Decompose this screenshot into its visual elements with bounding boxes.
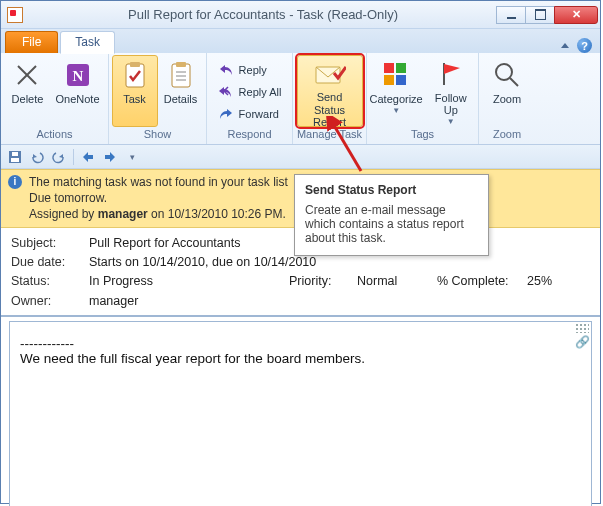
ribbon-tabs: File Task ?	[1, 29, 600, 53]
forward-label: Forward	[239, 108, 279, 120]
svg-rect-21	[12, 152, 18, 156]
window-title: Pull Report for Accountants - Task (Read…	[29, 7, 497, 22]
status-value: In Progress	[89, 272, 289, 291]
group-tags: Categorize ▼ Follow Up ▼ Tags	[367, 53, 479, 144]
redo-icon[interactable]	[51, 149, 67, 165]
group-respond: Reply Reply All Forward Respond	[207, 53, 293, 144]
save-icon[interactable]	[7, 149, 23, 165]
reply-all-icon	[218, 84, 234, 100]
onenote-icon: N	[62, 59, 94, 91]
zoom-label: Zoom	[493, 93, 521, 106]
svg-rect-15	[396, 75, 406, 85]
forward-button[interactable]: Forward	[214, 103, 286, 125]
forward-icon	[218, 106, 234, 122]
svg-rect-12	[384, 63, 394, 73]
app-icon	[7, 7, 23, 23]
details-label: Details	[164, 93, 198, 106]
follow-up-label: Follow Up	[429, 92, 472, 117]
window-controls	[497, 6, 598, 24]
priority-value: Normal	[357, 272, 437, 291]
info-assigned-user: manager	[98, 207, 148, 221]
send-status-report-icon	[314, 59, 346, 89]
info-icon: i	[8, 175, 22, 189]
tooltip-title: Send Status Report	[305, 183, 478, 197]
ribbon: Delete N OneNote Actions Task	[1, 53, 600, 145]
collapse-ribbon-icon[interactable]	[561, 43, 569, 48]
categorize-label: Categorize	[370, 93, 423, 106]
task-clipboard-icon	[119, 59, 151, 91]
next-item-icon[interactable]	[102, 149, 118, 165]
group-actions: Delete N OneNote Actions	[1, 53, 109, 144]
separator	[73, 149, 74, 165]
owner-label: Owner:	[11, 292, 89, 311]
tab-task[interactable]: Task	[60, 31, 115, 54]
onenote-button[interactable]: N OneNote	[50, 55, 104, 127]
flag-icon	[435, 59, 467, 90]
svg-rect-5	[130, 62, 140, 67]
send-status-report-label: Send Status Report	[302, 91, 358, 129]
onenote-label: OneNote	[55, 93, 99, 106]
complete-value: 25%	[527, 272, 552, 291]
group-actions-label: Actions	[36, 127, 72, 142]
reply-label: Reply	[239, 64, 267, 76]
tooltip-send-status-report: Send Status Report Create an e-mail mess…	[294, 174, 489, 256]
svg-point-17	[496, 64, 512, 80]
group-tags-label: Tags	[411, 127, 434, 142]
zoom-icon	[491, 59, 523, 91]
svg-rect-14	[384, 75, 394, 85]
group-zoom: Zoom Zoom	[479, 53, 535, 144]
dropdown-caret-icon: ▼	[392, 106, 400, 115]
send-status-report-button[interactable]: Send Status Report	[297, 55, 363, 127]
owner-value: manager	[89, 292, 138, 311]
delete-icon	[11, 59, 43, 91]
task-view-button[interactable]: Task	[112, 55, 158, 127]
svg-rect-7	[176, 62, 186, 67]
maximize-button[interactable]	[525, 6, 555, 24]
title-bar: Pull Report for Accountants - Task (Read…	[1, 1, 600, 29]
info-assigned-suffix: on 10/13/2010 10:26 PM.	[151, 207, 286, 221]
prev-item-icon[interactable]	[80, 149, 96, 165]
tooltip-text: Create an e-mail message which contains …	[305, 203, 478, 245]
body-divider: ------------	[20, 336, 581, 351]
body-side-handle: 🔗	[574, 323, 590, 349]
duedate-label: Due date:	[11, 253, 89, 272]
categorize-icon	[380, 59, 412, 91]
quick-access-toolbar: ▾	[1, 145, 600, 169]
details-button[interactable]: Details	[158, 55, 204, 127]
close-button[interactable]	[554, 6, 598, 24]
follow-up-button[interactable]: Follow Up ▼	[424, 55, 477, 127]
details-clipboard-icon	[165, 59, 197, 91]
svg-text:N: N	[72, 68, 83, 84]
group-show-label: Show	[144, 127, 172, 142]
qat-customize-icon[interactable]: ▾	[124, 149, 140, 165]
svg-rect-13	[396, 63, 406, 73]
group-respond-label: Respond	[227, 127, 271, 142]
priority-label: Priority:	[289, 272, 357, 291]
reply-icon	[218, 62, 234, 78]
subject-label: Subject:	[11, 234, 89, 253]
dropdown-caret-icon: ▼	[447, 117, 455, 126]
delete-button[interactable]: Delete	[4, 55, 50, 127]
reply-button[interactable]: Reply	[214, 59, 286, 81]
group-show: Task Details Show	[109, 53, 207, 144]
grip-icon[interactable]	[575, 323, 589, 333]
reply-all-button[interactable]: Reply All	[214, 81, 286, 103]
group-zoom-label: Zoom	[493, 127, 521, 142]
duedate-value: Starts on 10/14/2010, due on 10/14/2010	[89, 253, 316, 272]
reply-all-label: Reply All	[239, 86, 282, 98]
body-container: 🔗 ------------ We need the full fiscal y…	[1, 315, 600, 506]
undo-icon[interactable]	[29, 149, 45, 165]
help-icon[interactable]: ?	[577, 38, 592, 53]
tab-file[interactable]: File	[5, 31, 58, 53]
task-body[interactable]: ------------ We need the full fiscal yea…	[9, 321, 592, 506]
delete-label: Delete	[12, 93, 44, 106]
svg-line-18	[510, 78, 518, 86]
link-icon[interactable]: 🔗	[575, 335, 590, 349]
minimize-button[interactable]	[496, 6, 526, 24]
zoom-button[interactable]: Zoom	[484, 55, 530, 127]
task-window: Pull Report for Accountants - Task (Read…	[0, 0, 601, 504]
body-text: We need the full fiscal year report for …	[20, 351, 581, 366]
task-view-label: Task	[123, 93, 146, 106]
categorize-button[interactable]: Categorize ▼	[368, 55, 424, 127]
status-label: Status:	[11, 272, 89, 291]
